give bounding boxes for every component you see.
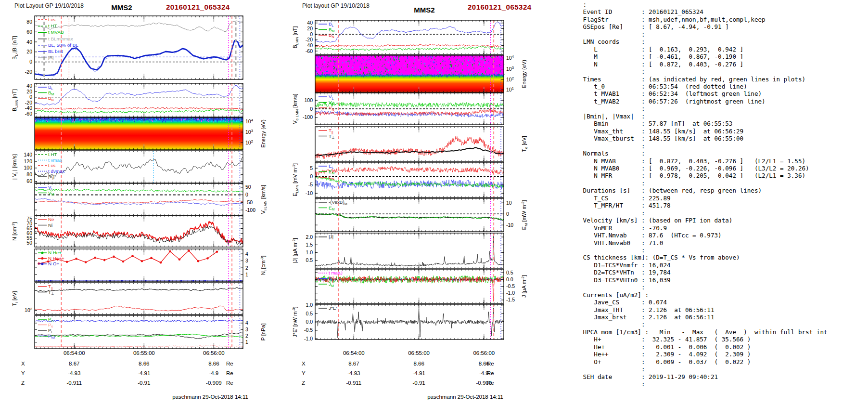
event-id-label: 20160121_065324: [166, 3, 230, 11]
svg-text:20: 20: [26, 49, 32, 54]
coord-value: -4.9: [465, 370, 503, 376]
coord-unit: Re: [226, 380, 233, 386]
svg-text:0.5: 0.5: [506, 270, 513, 275]
middle-plot-column: Plot layout GP 19/10/2018 MMS2 20160121_…: [269, 0, 570, 405]
svg-text:-0.5: -0.5: [506, 283, 515, 289]
svg-text:EM: EM: [329, 205, 335, 212]
svg-text:2: 2: [245, 333, 248, 339]
coord-unit: Re: [226, 361, 233, 366]
svg-text:0.0: 0.0: [306, 319, 313, 325]
panel-density: 757065605550N [cm-3]NeNi: [35, 216, 243, 247]
svg-text:|Vi|: |Vi|: [48, 174, 54, 181]
svg-text:20: 20: [307, 26, 313, 31]
svg-text:104: 104: [506, 54, 514, 61]
svg-text:Energy (eV): Energy (eV): [521, 60, 527, 88]
svg-text:-20: -20: [306, 37, 313, 42]
svg-text:103: 103: [245, 129, 253, 135]
screenshot-root: { "info_panel": { "lines": [ " :", " Eve…: [0, 0, 868, 405]
svg-text:4: 4: [245, 320, 248, 326]
panel-jmag: 2.01.51.00.5|J| [µA m-2]|J|: [315, 233, 504, 268]
coord-row-label: X: [21, 361, 25, 366]
svg-text:BLMN [nT]: BLMN [nT]: [12, 89, 19, 111]
svg-text:Ve LMN [km/s]: Ve LMN [km/s]: [292, 94, 299, 124]
svg-text:1.0: 1.0: [306, 249, 313, 255]
svg-text:t vmax: t vmax: [48, 157, 62, 163]
svg-text:3: 3: [245, 258, 248, 263]
svg-text:Ni [cm-3]: Ni [cm-3]: [260, 256, 268, 275]
panel-te: Te [eV]T||T⊥: [315, 127, 504, 161]
svg-text:100: 100: [304, 97, 313, 103]
time-axis-label: 06:56:00: [194, 350, 233, 356]
coord-value: 8.66: [465, 361, 503, 366]
svg-text:|J| [µA m-2]: |J| [µA m-2]: [292, 238, 298, 263]
coord-value: -4.93: [55, 370, 93, 376]
svg-text:0: 0: [29, 94, 32, 100]
svg-text:80: 80: [26, 171, 32, 177]
time-axis-label: 06:54:00: [334, 350, 373, 356]
svg-text:1.0: 1.0: [306, 302, 313, 308]
svg-text:60: 60: [26, 178, 32, 184]
svg-text:-40: -40: [25, 105, 32, 111]
coord-row-label: Y: [21, 370, 25, 376]
svg-text:-10: -10: [306, 190, 313, 196]
svg-text:N [cm-3]: N [cm-3]: [11, 222, 17, 241]
svg-text:t HT: t HT: [48, 152, 57, 157]
svg-text:100: 100: [24, 165, 32, 170]
panel-elmn: 50-5-10ELMN [mV m-1]ELEMEN: [315, 162, 504, 197]
time-axis-label: 06:55:00: [125, 350, 163, 356]
panel-ion-spectrogram: 104103102Energy (eV): [35, 118, 243, 150]
svg-text:103: 103: [506, 65, 514, 72]
svg-text:J*E': J*E': [329, 305, 337, 311]
svg-text:t dvmax: t dvmax: [48, 169, 64, 174]
coord-value: 8.67: [334, 361, 373, 366]
coord-row-label: Z: [21, 380, 25, 386]
svg-text:BL,|B| [nT]: BL,|B| [nT]: [12, 36, 19, 60]
svg-text:-40: -40: [306, 42, 313, 48]
panel-blmn-2: 40200-20-40-60BLMN [nT]BLBMBN: [315, 20, 504, 54]
svg-text:0.5: 0.5: [306, 257, 313, 263]
spacecraft-title: MMS2: [98, 3, 146, 12]
svg-text:N O+: N O+: [48, 261, 59, 266]
svg-text:J [µA m-2]: J [µA m-2]: [521, 275, 527, 298]
svg-text:-20: -20: [25, 69, 32, 75]
svg-text:-100: -100: [245, 207, 255, 213]
plot-layout-label: Plot Layout GP 19/10/2018: [14, 2, 84, 9]
svg-text:ELMN [mV m-1]: ELMN [mV m-1]: [292, 163, 300, 196]
svg-text:Energy (eV): Energy (eV): [260, 119, 266, 148]
svg-text:40: 40: [26, 83, 32, 89]
coord-value: -0.909: [465, 380, 503, 386]
svg-text:t cs: t cs: [48, 163, 55, 168]
svg-text:EM [mW m-2]: EM [mW m-2]: [521, 200, 529, 230]
svg-text:N He++: N He++: [48, 256, 64, 261]
coord-value: 8.66: [125, 361, 163, 366]
svg-text:2.0: 2.0: [306, 234, 313, 240]
svg-text:P [nPa]: P [nPa]: [260, 324, 266, 341]
plot-layout-label: Plot layout GP 19/10/2018: [302, 2, 370, 9]
svg-text:t HT: t HT: [48, 23, 57, 28]
svg-text:t MVAB: t MVAB: [48, 29, 64, 35]
svg-text:0: 0: [310, 106, 313, 112]
panel-em-comparison: 100-10EM [mW m-2]-(VexB)MEM: [315, 198, 504, 232]
coord-row-label: Y: [302, 370, 306, 376]
left-plot-column: Plot Layout GP 19/10/2018 MMS2 20160121_…: [0, 0, 269, 405]
spacecraft-title: MMS2: [400, 6, 448, 14]
svg-text:Vi LMN [km/s]: Vi LMN [km/s]: [260, 185, 268, 214]
panel-vi-mag: 1401201008060| Vi | [km/s]t HTt vmaxt cs…: [35, 151, 243, 183]
svg-text:BL, 50% of BL: BL, 50% of BL: [48, 42, 78, 48]
svg-text:0.0: 0.0: [506, 276, 513, 282]
coord-value: 8.66: [400, 361, 438, 366]
time-axis-label: 06:55:00: [400, 350, 438, 356]
svg-text:20: 20: [26, 89, 32, 94]
svg-text:0: 0: [310, 31, 313, 37]
coord-row-label: Z: [302, 380, 305, 386]
coord-value: -4.93: [334, 370, 373, 376]
svg-text:102: 102: [506, 76, 514, 82]
svg-text:10: 10: [506, 200, 512, 206]
svg-text:Ti [eV]: Ti [eV]: [12, 291, 19, 306]
coord-value: -0.91: [400, 380, 438, 386]
coord-value: -4.91: [125, 370, 163, 376]
svg-text:-20: -20: [25, 100, 32, 105]
svg-text:102: 102: [25, 307, 32, 313]
svg-text:-0.5: -0.5: [304, 327, 313, 333]
svg-text:1.5: 1.5: [306, 242, 313, 248]
